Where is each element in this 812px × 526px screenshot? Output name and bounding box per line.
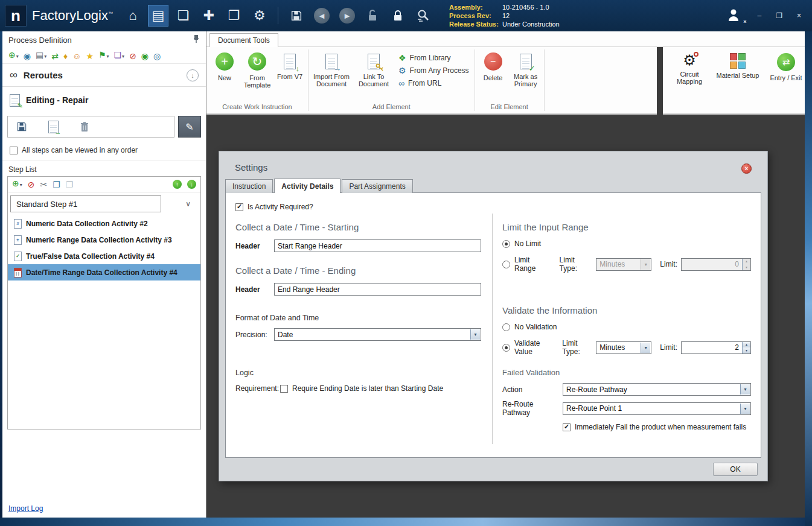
action-select[interactable]: Re-Route Pathway ▾ — [563, 383, 751, 396]
entry-exit-icon: ⇄ — [777, 53, 795, 71]
limit-spinner-disabled[interactable]: 0 ▲▼ — [681, 258, 751, 271]
any-order-checkbox[interactable] — [10, 147, 18, 154]
import-document-icon[interactable]: → — [45, 118, 61, 135]
documents-icon[interactable]: ❐ — [224, 5, 245, 27]
disable-icon[interactable]: ⊘ — [129, 52, 136, 60]
immediately-fail-checkbox[interactable] — [563, 423, 571, 431]
import-log-link[interactable]: Import Log — [2, 499, 206, 518]
add-step-icon[interactable]: ⊕ — [12, 179, 22, 189]
end-section-heading: Collect a Date / Time - Ending — [235, 265, 481, 276]
reroute-pathway-select[interactable]: Re-Route Point 1 ▾ — [563, 402, 751, 415]
circuit-gear-icon: ⚙ — [683, 53, 696, 68]
favorite-icon[interactable]: ★ — [86, 52, 94, 60]
group-title: Edit Element — [477, 102, 542, 113]
settings-gear-icon[interactable]: ⚙ — [249, 5, 270, 27]
back-icon[interactable]: ◀ — [312, 5, 332, 27]
from-library-button[interactable]: ❖ From Library — [398, 54, 469, 62]
from-url-button[interactable]: ∞ From URL — [398, 79, 469, 87]
new-plus-icon: + — [216, 52, 234, 71]
failed-validation-heading: Failed Validation — [502, 368, 751, 377]
chevron-down-icon[interactable]: ∨ — [185, 200, 191, 208]
require-ending-later-checkbox[interactable] — [280, 385, 288, 393]
tab-document-tools[interactable]: Document Tools — [209, 33, 278, 47]
cut-icon[interactable]: ✂ — [40, 180, 47, 189]
copy-icon[interactable]: ❐ — [53, 180, 60, 189]
step-selector[interactable]: Standard Step #1 — [10, 195, 161, 212]
from-v7-button[interactable]: ↓ From V7 — [273, 48, 306, 102]
activity-item-numeric-range[interactable]: ± Numeric Range Data Collection Activity… — [8, 232, 200, 248]
unlock-icon[interactable] — [362, 5, 383, 27]
dialog-close-icon[interactable]: × — [741, 163, 752, 174]
tab-instruction[interactable]: Instruction — [225, 179, 273, 193]
start-header-input[interactable]: Start Range Header — [274, 239, 481, 252]
add-icon[interactable]: ⊕ — [8, 51, 19, 61]
settings-dialog: Settings × Instruction Activity Details … — [219, 151, 768, 481]
is-activity-required-checkbox[interactable] — [235, 203, 243, 211]
limit-heading: Limit the Input Range — [502, 222, 751, 232]
work-instructions-icon[interactable]: ▤ — [148, 5, 168, 27]
limit-type-select-disabled[interactable]: Minutes ▾ — [596, 258, 651, 271]
print-icon[interactable]: ▤ — [36, 51, 46, 61]
link-to-document-button[interactable]: Link To Document — [353, 48, 395, 102]
record-icon[interactable]: ◉ — [141, 52, 149, 60]
circuit-mapping-button[interactable]: ⚙ Circuit Mapping — [668, 51, 711, 113]
entry-exit-button[interactable]: ⇄ Entry / Exit — [764, 51, 808, 113]
forward-icon[interactable]: ▶ — [337, 5, 357, 27]
delete-document-icon[interactable] — [77, 118, 92, 135]
mark-as-primary-button[interactable]: ✓ Mark as Primary — [510, 48, 542, 102]
no-limit-radio[interactable] — [502, 240, 510, 248]
end-header-input[interactable]: End Range Header — [274, 283, 481, 296]
process-flow-icon[interactable]: ❏ — [173, 5, 194, 27]
user-icon[interactable]: ☺ — [72, 52, 81, 60]
spinner-arrows-icon[interactable]: ▲▼ — [742, 259, 750, 270]
remove-step-icon[interactable]: ⊘ — [28, 180, 35, 189]
limit-range-radio[interactable] — [502, 261, 510, 268]
minimize-button[interactable]: – — [756, 11, 763, 20]
editing-section: ✎ Editing - Repair — [2, 87, 206, 113]
reroute-icon[interactable]: ⇄ — [51, 52, 59, 60]
maximize-button[interactable]: ❐ — [775, 11, 784, 20]
expand-reroutes-icon[interactable]: ↓ — [187, 69, 199, 81]
find-in-process-icon[interactable] — [413, 5, 433, 27]
limit-type-select[interactable]: Minutes ▾ — [596, 341, 651, 354]
dropdown-arrow-icon: ▾ — [641, 343, 650, 353]
delete-element-button[interactable]: − Delete — [477, 48, 510, 102]
precision-select[interactable]: Date ▾ — [274, 328, 481, 341]
spinner-arrows-icon[interactable]: ▲▼ — [742, 342, 750, 353]
activity-item-datetime-range[interactable]: Date/Time Range Data Collection Activity… — [8, 264, 200, 280]
activity-item-true-false[interactable]: ✓ True/False Data Collection Activity #4 — [8, 248, 200, 264]
activity-item-numeric[interactable]: # Numeric Data Collection Activity #2 — [8, 215, 200, 232]
save-icon[interactable] — [286, 5, 307, 27]
info-icon[interactable]: ◎ — [153, 52, 161, 60]
pin-icon[interactable] — [193, 34, 200, 45]
group-title: Create Work Instruction — [208, 102, 306, 113]
material-setup-button[interactable]: Material Setup — [716, 51, 759, 113]
navigate-icon[interactable]: ✚ — [199, 5, 219, 27]
link-icon[interactable]: ◉ — [24, 52, 31, 60]
highlight-icon[interactable]: ♦ — [63, 52, 68, 60]
reroutes-section[interactable]: ∞ Reroutes ↓ — [2, 64, 206, 87]
import-from-document-button[interactable]: → Import From Document — [310, 48, 353, 102]
from-template-button[interactable]: ↻ From Template — [241, 48, 273, 102]
ok-button[interactable]: OK — [713, 463, 758, 476]
save-document-icon[interactable] — [14, 118, 30, 135]
tag-icon[interactable]: ❏ — [114, 51, 125, 61]
move-step-up-icon[interactable]: ↑ — [173, 180, 182, 189]
from-any-process-button[interactable]: ⚙ From Any Process — [398, 66, 469, 75]
validate-value-radio[interactable] — [502, 344, 510, 352]
logout-user-icon[interactable]: × — [726, 8, 744, 24]
paste-icon[interactable]: ❐ — [66, 180, 74, 189]
tab-part-assignments[interactable]: Part Assignments — [342, 179, 412, 193]
new-button[interactable]: + New — [208, 48, 241, 102]
edit-instruction-button[interactable]: ✎ — [178, 116, 201, 138]
move-step-down-icon[interactable]: ↓ — [187, 180, 196, 189]
assembly-info: Assembly:10-210456 - 1.0 Process Rev:12 … — [449, 3, 560, 28]
flag-icon[interactable]: ⚑ — [98, 51, 109, 61]
home-icon[interactable]: ⌂ — [123, 5, 143, 27]
limit-spinner[interactable]: 2 ▲▼ — [681, 341, 751, 354]
tab-activity-details[interactable]: Activity Details — [274, 179, 340, 193]
no-validation-radio[interactable] — [502, 323, 510, 331]
start-header-label: Header — [235, 242, 274, 250]
lock-icon[interactable] — [388, 5, 408, 27]
close-button[interactable]: × — [796, 11, 802, 20]
